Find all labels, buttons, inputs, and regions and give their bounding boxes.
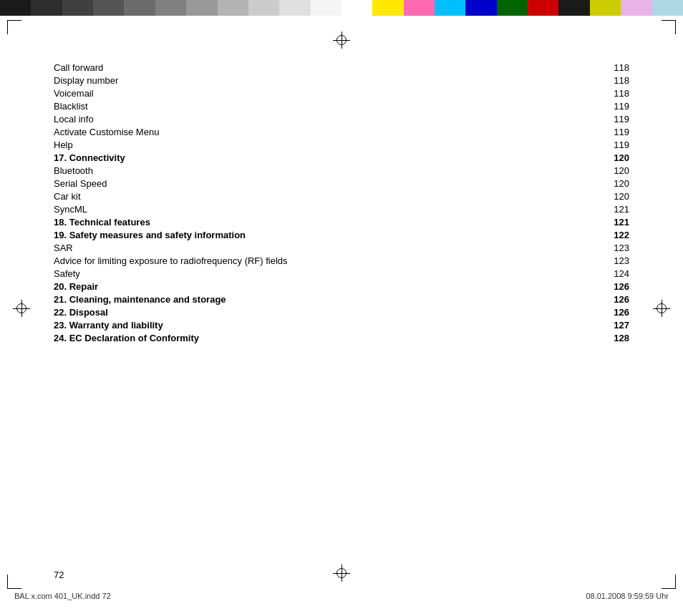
color-swatch	[93, 0, 124, 16]
toc-page: 118	[543, 74, 629, 87]
toc-row: 24. EC Declaration of Conformity128	[54, 331, 629, 344]
color-swatch	[186, 0, 217, 16]
toc-row: Serial Speed120	[54, 177, 629, 190]
toc-row: Activate Customise Menu119	[54, 125, 629, 138]
toc-label: Activate Customise Menu	[54, 125, 543, 138]
page-number: 72	[54, 569, 64, 580]
toc-page: 120	[543, 177, 629, 190]
toc-row: SyncML121	[54, 202, 629, 215]
toc-label: Voicemail	[54, 87, 543, 99]
color-swatch	[62, 0, 93, 16]
color-swatch	[590, 0, 621, 16]
toc-page: 126	[543, 280, 629, 293]
toc-row: Advice for limiting exposure to radiofre…	[54, 254, 629, 267]
color-swatch	[155, 0, 186, 16]
toc-row: Safety124	[54, 267, 629, 280]
toc-page: 126	[543, 293, 629, 305]
toc-row: Car kit120	[54, 190, 629, 202]
color-swatch	[279, 0, 310, 16]
toc-page: 123	[543, 254, 629, 267]
toc-row: Blacklist119	[54, 99, 629, 112]
color-swatch	[435, 0, 465, 16]
toc-table: Call forward118Display number118Voicemai…	[54, 61, 629, 344]
toc-page: 118	[543, 61, 629, 74]
toc-label: Advice for limiting exposure to radiofre…	[54, 254, 543, 267]
toc-page: 119	[543, 99, 629, 112]
toc-row: 20. Repair126	[54, 280, 629, 293]
color-swatch	[558, 0, 589, 16]
corner-mark-bl	[7, 575, 21, 589]
toc-row: Voicemail118	[54, 87, 629, 99]
toc-label: Safety	[54, 267, 543, 280]
toc-label: Local info	[54, 112, 543, 125]
toc-page: 127	[543, 318, 629, 331]
toc-page: 119	[543, 125, 629, 138]
toc-page: 120	[543, 151, 629, 164]
crosshair-bottom	[333, 564, 350, 582]
toc-page: 128	[543, 331, 629, 344]
toc-page: 121	[543, 202, 629, 215]
toc-label: 22. Disposal	[54, 305, 543, 318]
toc-row: 17. Connectivity120	[54, 151, 629, 164]
color-swatch	[528, 0, 558, 16]
toc-row: Local info119	[54, 112, 629, 125]
color-swatch	[311, 0, 342, 16]
toc-row: Bluetooth120	[54, 164, 629, 177]
toc-label: Call forward	[54, 61, 543, 74]
toc-page: 121	[543, 215, 629, 228]
toc-label: 17. Connectivity	[54, 151, 543, 164]
color-swatch	[465, 0, 496, 16]
toc-row: Call forward118	[54, 61, 629, 74]
toc-row: Display number118	[54, 74, 629, 87]
color-swatch	[342, 0, 372, 16]
color-swatch	[0, 0, 31, 16]
toc-label: Serial Speed	[54, 177, 543, 190]
color-swatch	[124, 0, 155, 16]
toc-label: Display number	[54, 74, 543, 87]
toc-label: SAR	[54, 241, 543, 254]
color-swatch	[652, 0, 683, 16]
toc-row: 19. Safety measures and safety informati…	[54, 228, 629, 241]
corner-mark-tl	[7, 20, 21, 34]
color-swatch	[497, 0, 528, 16]
toc-row: 21. Cleaning, maintenance and storage126	[54, 293, 629, 305]
toc-row: SAR123	[54, 241, 629, 254]
color-swatch	[218, 0, 248, 16]
corner-mark-br	[662, 575, 676, 589]
footer: BAL x.com 401_UK.indd 72 08.01.2008 9:59…	[0, 592, 683, 600]
toc-label: Bluetooth	[54, 164, 543, 177]
crosshair-right	[653, 300, 670, 317]
color-swatch	[372, 0, 403, 16]
toc-label: 20. Repair	[54, 280, 543, 293]
toc-label: Blacklist	[54, 99, 543, 112]
toc-label: 18. Technical features	[54, 215, 543, 228]
color-swatch	[31, 0, 62, 16]
color-swatch	[621, 0, 651, 16]
toc-page: 120	[543, 164, 629, 177]
toc-page: 126	[543, 305, 629, 318]
toc-row: 18. Technical features121	[54, 215, 629, 228]
toc-label: 24. EC Declaration of Conformity	[54, 331, 543, 344]
toc-label: Car kit	[54, 190, 543, 202]
toc-row: 22. Disposal126	[54, 305, 629, 318]
toc-row: Help119	[54, 138, 629, 151]
crosshair-top	[333, 31, 350, 49]
toc-page: 119	[543, 112, 629, 125]
toc-page: 123	[543, 241, 629, 254]
corner-mark-tr	[662, 20, 676, 34]
toc-page: 122	[543, 228, 629, 241]
toc-row: 23. Warranty and liability127	[54, 318, 629, 331]
toc-label: Help	[54, 138, 543, 151]
toc-page: 118	[543, 87, 629, 99]
main-content: Call forward118Display number118Voicemai…	[54, 61, 629, 344]
footer-right: 08.01.2008 9:59:59 Uhr	[586, 592, 669, 600]
toc-page: 119	[543, 138, 629, 151]
footer-left: BAL x.com 401_UK.indd 72	[14, 592, 111, 600]
color-swatch	[404, 0, 435, 16]
color-bar	[0, 0, 683, 16]
toc-label: 19. Safety measures and safety informati…	[54, 228, 543, 241]
toc-page: 124	[543, 267, 629, 280]
crosshair-left	[13, 300, 30, 317]
toc-label: 23. Warranty and liability	[54, 318, 543, 331]
toc-page: 120	[543, 190, 629, 202]
